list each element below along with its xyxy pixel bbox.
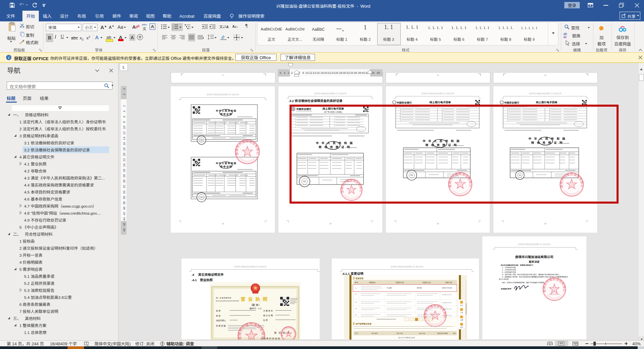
svg-text:4、法定代表人变更：免去刘玉莹法定代表人职务，聘任张红旭为新: 4、法定代表人变更：免去刘玉莹法定代表人职务，聘任张红旭为新的法定代表人。 — [502, 273, 561, 275]
svg-text:全体股东签字：: 全体股东签字： — [501, 287, 513, 290]
svg-text:（副本号：1-1）: （副本号：1-1） — [248, 307, 263, 310]
svg-text:1: 1 — [355, 287, 356, 289]
svg-text:3、经营范围无变更: 3、经营范围无变更 — [502, 271, 516, 273]
svg-text:91211100122431443X0: 91211100122431443X0 — [216, 300, 239, 302]
svg-text:同时，修改本公司章程相应条款，通过了修改后的公司章程。: 同时，修改本公司章程相应条款，通过了修改后的公司章程。 — [502, 281, 546, 283]
svg-text:4: 4 — [355, 307, 356, 310]
svg-text:统一社会信用代码: 统一社会信用代码 — [216, 297, 231, 299]
svg-text:.4.1 营业执照: .4.1 营业执照 — [191, 277, 213, 282]
svg-text:盘锦市兴隆加油站有限公司-投标文件: 盘锦市兴隆加油站有限公司-投标文件 — [421, 92, 454, 95]
svg-text:变更前内容: 变更前内容 — [396, 281, 404, 283]
svg-text:盘锦市兴隆加油站有限公司: 盘锦市兴隆加油站有限公司 — [515, 254, 553, 259]
svg-text:中国农业银行: 中国农业银行 — [397, 101, 412, 104]
svg-text:盘锦市兴隆加油站有限公司-投标文件: 盘锦市兴隆加油站有限公司-投标文件 — [234, 265, 267, 268]
svg-text:（副 本）: （副 本） — [250, 303, 261, 307]
svg-text:01: 01 — [200, 138, 203, 141]
svg-text:2: 2 — [355, 293, 356, 295]
svg-text:13: 13 — [222, 222, 224, 225]
svg-text:2019年2月18日: 2019年2月18日 — [442, 302, 452, 304]
svg-text:经公司全体股东研究决定，变更登记事项如下：: 经公司全体股东研究决定，变更登记事项如下： — [501, 264, 535, 266]
svg-text:类 型: 类 型 — [216, 314, 221, 317]
svg-text:刘玉荣: 刘玉荣 — [387, 286, 392, 289]
svg-text:旭为公司经理。: 旭为公司经理。 — [499, 278, 510, 280]
svg-text:序号: 序号 — [355, 281, 358, 283]
svg-text:变更后内容: 变更后内容 — [422, 281, 431, 283]
svg-text:3: 3 — [172, 27, 173, 29]
svg-text:.4 其它资格证明文件: .4 其它资格证明文件 — [191, 272, 224, 277]
svg-text:16: 16 — [544, 222, 547, 225]
svg-text:股东决定: 股东决定 — [529, 260, 540, 263]
svg-text:经 营 范 围: 经 营 范 围 — [216, 324, 226, 327]
svg-text:中国农业银行: 中国农业银行 — [504, 101, 519, 104]
svg-text:名 称: 名 称 — [216, 309, 221, 312]
svg-text:法定代表人: 法定代表人 — [216, 319, 226, 322]
svg-text:吐槽: 吐槽 — [460, 319, 463, 321]
svg-text:2、公司住所无变更: 2、公司住所无变更 — [502, 268, 516, 271]
svg-text:.3.2 依法缴纳社会保障资金的良好记录: .3.2 依法缴纳社会保障资金的良好记录 — [289, 98, 342, 103]
svg-text:盘锦市兴隆加油站有限公司-投标文件: 盘锦市兴隆加油站有限公司-投标文件 — [529, 92, 562, 95]
svg-text:变更信息: 变更信息 — [355, 277, 364, 280]
svg-text:盘锦市兴隆加油站有限公司-投标文件: 盘锦市兴隆加油站有限公司-投标文件 — [518, 243, 551, 246]
svg-text:变更日期: 变更日期 — [445, 281, 452, 283]
svg-text:动产抵押登记信息: 动产抵押登记信息 — [355, 322, 372, 325]
svg-text:登记机关: 登记机关 — [419, 332, 425, 334]
svg-text:01: 01 — [200, 196, 203, 199]
svg-text:盘锦市兴隆加油站有限公司-投标文件: 盘锦市兴隆加油站有限公司-投标文件 — [391, 265, 423, 268]
svg-text:关注: 关注 — [460, 304, 463, 306]
svg-text:盘锦市兴隆加油站有限公司-投标文件: 盘锦市兴隆加油站有限公司-投标文件 — [207, 93, 239, 96]
svg-text:登记编号: 登记编号 — [372, 332, 378, 334]
svg-text:回顶: 回顶 — [460, 326, 463, 328]
svg-text:15: 15 — [437, 222, 439, 225]
svg-text:住 所: 住 所 — [263, 319, 268, 322]
svg-text:1、公司名称无变更: 1、公司名称无变更 — [502, 266, 516, 268]
svg-text:详情: 详情 — [453, 332, 456, 334]
svg-text:暂无动产抵押登记信息: 暂无动产抵押登记信息 — [398, 336, 415, 339]
svg-text:网上银行电子回单: 网上银行电子回单 — [536, 100, 557, 104]
svg-text:2025年7月15日: 2025年7月15日 — [549, 293, 560, 295]
svg-text:订阅: 订阅 — [460, 312, 463, 314]
svg-text:.4.1.1 变更证明: .4.1.1 变更证明 — [342, 271, 363, 276]
svg-text:5: 5 — [355, 314, 356, 316]
svg-text:盘锦市兴隆加油站有限公司-投标文件: 盘锦市兴隆加油站有限公司-投标文件 — [314, 92, 347, 95]
svg-text:3: 3 — [355, 301, 356, 303]
svg-text:2025年7月14日: 2025年7月14日 — [442, 294, 452, 296]
svg-text:营业执照: 营业执照 — [241, 296, 270, 302]
svg-text:变更事项: 变更事项 — [369, 281, 376, 283]
svg-text:张红旭: 张红旭 — [417, 286, 422, 289]
svg-text:网上银行电子回单: 网上银行电子回单 — [429, 100, 451, 104]
svg-text:登记日期: 登记日期 — [397, 332, 403, 334]
svg-text:注 册 资 本: 注 册 资 本 — [263, 309, 273, 312]
svg-text:成 立 日 期: 成 立 日 期 — [263, 314, 273, 317]
svg-text:2025年7月14日: 2025年7月14日 — [442, 287, 452, 289]
svg-text:序号: 序号 — [355, 332, 358, 334]
svg-text:14: 14 — [329, 222, 332, 225]
svg-text:被担保债权数额: 被担保债权数额 — [437, 332, 448, 334]
